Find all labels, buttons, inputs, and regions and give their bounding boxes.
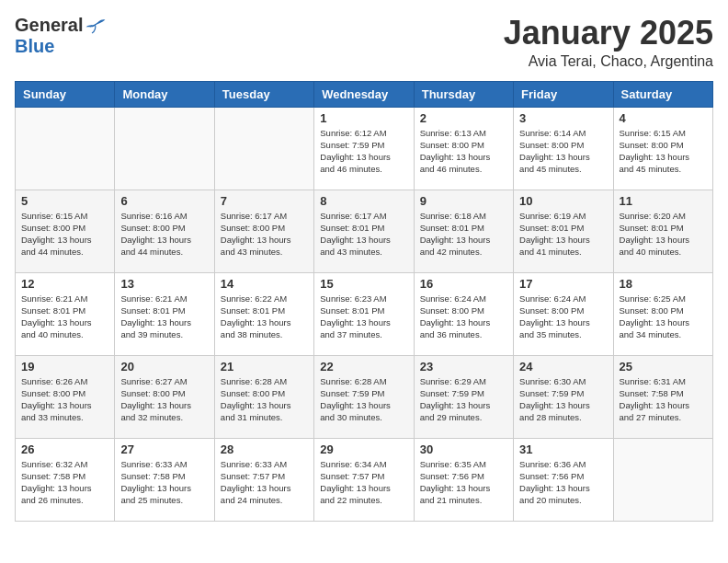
- day-number: 9: [420, 194, 507, 208]
- logo: General Blue: [15, 15, 107, 57]
- column-header-friday: Friday: [514, 81, 613, 107]
- day-number: 10: [519, 194, 607, 208]
- calendar-cell: 3Sunrise: 6:14 AM Sunset: 8:00 PM Daylig…: [514, 107, 613, 190]
- day-info: Sunrise: 6:31 AM Sunset: 7:58 PM Dayligh…: [620, 375, 707, 424]
- day-number: 8: [320, 194, 407, 208]
- day-info: Sunrise: 6:15 AM Sunset: 8:00 PM Dayligh…: [21, 210, 108, 259]
- calendar-cell: 21Sunrise: 6:28 AM Sunset: 8:00 PM Dayli…: [214, 355, 313, 438]
- day-info: Sunrise: 6:26 AM Sunset: 8:00 PM Dayligh…: [21, 375, 108, 424]
- day-info: Sunrise: 6:32 AM Sunset: 7:58 PM Dayligh…: [21, 458, 108, 507]
- calendar-week-row: 19Sunrise: 6:26 AM Sunset: 8:00 PM Dayli…: [16, 355, 713, 438]
- calendar-cell: [115, 107, 214, 190]
- day-info: Sunrise: 6:24 AM Sunset: 8:00 PM Dayligh…: [420, 293, 507, 341]
- calendar-cell: 27Sunrise: 6:33 AM Sunset: 7:58 PM Dayli…: [115, 438, 214, 521]
- day-number: 4: [620, 111, 707, 125]
- calendar-cell: 28Sunrise: 6:33 AM Sunset: 7:57 PM Dayli…: [214, 438, 313, 521]
- calendar-cell: [214, 107, 313, 190]
- day-info: Sunrise: 6:36 AM Sunset: 7:56 PM Dayligh…: [519, 458, 607, 507]
- day-info: Sunrise: 6:23 AM Sunset: 8:01 PM Dayligh…: [320, 293, 407, 341]
- day-info: Sunrise: 6:12 AM Sunset: 7:59 PM Dayligh…: [320, 127, 407, 176]
- calendar-cell: 1Sunrise: 6:12 AM Sunset: 7:59 PM Daylig…: [314, 107, 414, 190]
- day-info: Sunrise: 6:27 AM Sunset: 8:00 PM Dayligh…: [120, 375, 208, 424]
- calendar-cell: 4Sunrise: 6:15 AM Sunset: 8:00 PM Daylig…: [613, 107, 712, 190]
- day-number: 1: [320, 111, 407, 125]
- calendar-cell: 14Sunrise: 6:22 AM Sunset: 8:01 PM Dayli…: [214, 272, 313, 355]
- day-info: Sunrise: 6:35 AM Sunset: 7:56 PM Dayligh…: [420, 458, 507, 507]
- calendar-week-row: 12Sunrise: 6:21 AM Sunset: 8:01 PM Dayli…: [16, 272, 713, 355]
- day-info: Sunrise: 6:21 AM Sunset: 8:01 PM Dayligh…: [21, 293, 108, 341]
- title-section: January 2025 Avia Terai, Chaco, Argentin…: [504, 15, 713, 70]
- day-number: 20: [120, 360, 208, 373]
- calendar-cell: [613, 438, 712, 521]
- day-number: 3: [519, 111, 607, 125]
- day-info: Sunrise: 6:28 AM Sunset: 8:00 PM Dayligh…: [221, 375, 308, 424]
- day-info: Sunrise: 6:18 AM Sunset: 8:01 PM Dayligh…: [420, 210, 507, 259]
- day-info: Sunrise: 6:28 AM Sunset: 7:59 PM Dayligh…: [320, 375, 407, 424]
- logo-general-text: General: [15, 15, 83, 36]
- day-info: Sunrise: 6:17 AM Sunset: 8:01 PM Dayligh…: [320, 210, 407, 259]
- column-header-saturday: Saturday: [613, 81, 712, 107]
- day-info: Sunrise: 6:20 AM Sunset: 8:01 PM Dayligh…: [620, 210, 707, 259]
- location-title: Avia Terai, Chaco, Argentina: [504, 53, 713, 70]
- day-number: 25: [620, 360, 707, 373]
- calendar-cell: 30Sunrise: 6:35 AM Sunset: 7:56 PM Dayli…: [414, 438, 513, 521]
- calendar-cell: 9Sunrise: 6:18 AM Sunset: 8:01 PM Daylig…: [414, 190, 513, 272]
- calendar-cell: [16, 107, 115, 190]
- day-info: Sunrise: 6:16 AM Sunset: 8:00 PM Dayligh…: [120, 210, 208, 259]
- day-info: Sunrise: 6:33 AM Sunset: 7:58 PM Dayligh…: [120, 458, 208, 507]
- calendar-cell: 26Sunrise: 6:32 AM Sunset: 7:58 PM Dayli…: [16, 438, 115, 521]
- day-number: 23: [420, 360, 507, 373]
- day-info: Sunrise: 6:13 AM Sunset: 8:00 PM Dayligh…: [420, 127, 507, 176]
- day-number: 12: [21, 277, 108, 291]
- column-header-wednesday: Wednesday: [314, 81, 414, 107]
- day-info: Sunrise: 6:15 AM Sunset: 8:00 PM Dayligh…: [620, 127, 707, 176]
- day-number: 26: [21, 442, 108, 456]
- logo-bird-icon: [85, 17, 107, 35]
- column-header-thursday: Thursday: [414, 81, 513, 107]
- day-info: Sunrise: 6:24 AM Sunset: 8:00 PM Dayligh…: [519, 293, 607, 341]
- column-header-tuesday: Tuesday: [214, 81, 313, 107]
- calendar-cell: 12Sunrise: 6:21 AM Sunset: 8:01 PM Dayli…: [16, 272, 115, 355]
- calendar-header-row: SundayMondayTuesdayWednesdayThursdayFrid…: [16, 81, 713, 107]
- day-number: 17: [519, 277, 607, 291]
- day-info: Sunrise: 6:33 AM Sunset: 7:57 PM Dayligh…: [221, 458, 308, 507]
- day-info: Sunrise: 6:34 AM Sunset: 7:57 PM Dayligh…: [320, 458, 407, 507]
- calendar-cell: 2Sunrise: 6:13 AM Sunset: 8:00 PM Daylig…: [414, 107, 513, 190]
- calendar-cell: 23Sunrise: 6:29 AM Sunset: 7:59 PM Dayli…: [414, 355, 513, 438]
- calendar-cell: 6Sunrise: 6:16 AM Sunset: 8:00 PM Daylig…: [115, 190, 214, 272]
- page-header: General Blue January 2025 Avia Terai, Ch…: [15, 15, 713, 70]
- calendar-cell: 15Sunrise: 6:23 AM Sunset: 8:01 PM Dayli…: [314, 272, 414, 355]
- calendar-week-row: 1Sunrise: 6:12 AM Sunset: 7:59 PM Daylig…: [16, 107, 713, 190]
- calendar-cell: 10Sunrise: 6:19 AM Sunset: 8:01 PM Dayli…: [514, 190, 613, 272]
- day-number: 14: [221, 277, 308, 291]
- column-header-sunday: Sunday: [16, 81, 115, 107]
- day-number: 19: [21, 360, 108, 373]
- day-number: 2: [420, 111, 507, 125]
- calendar-cell: 7Sunrise: 6:17 AM Sunset: 8:00 PM Daylig…: [214, 190, 313, 272]
- calendar-cell: 19Sunrise: 6:26 AM Sunset: 8:00 PM Dayli…: [16, 355, 115, 438]
- calendar-cell: 18Sunrise: 6:25 AM Sunset: 8:00 PM Dayli…: [613, 272, 712, 355]
- day-number: 5: [21, 194, 108, 208]
- calendar-cell: 22Sunrise: 6:28 AM Sunset: 7:59 PM Dayli…: [314, 355, 414, 438]
- day-info: Sunrise: 6:17 AM Sunset: 8:00 PM Dayligh…: [221, 210, 308, 259]
- calendar-cell: 24Sunrise: 6:30 AM Sunset: 7:59 PM Dayli…: [514, 355, 613, 438]
- day-number: 7: [221, 194, 308, 208]
- day-info: Sunrise: 6:19 AM Sunset: 8:01 PM Dayligh…: [519, 210, 607, 259]
- calendar-cell: 31Sunrise: 6:36 AM Sunset: 7:56 PM Dayli…: [514, 438, 613, 521]
- column-header-monday: Monday: [115, 81, 214, 107]
- calendar-week-row: 26Sunrise: 6:32 AM Sunset: 7:58 PM Dayli…: [16, 438, 713, 521]
- day-number: 6: [120, 194, 208, 208]
- logo-blue-text: Blue: [15, 36, 54, 57]
- day-number: 22: [320, 360, 407, 373]
- day-number: 28: [221, 442, 308, 456]
- day-number: 27: [120, 442, 208, 456]
- calendar-table: SundayMondayTuesdayWednesdayThursdayFrid…: [15, 81, 713, 522]
- calendar-cell: 25Sunrise: 6:31 AM Sunset: 7:58 PM Dayli…: [613, 355, 712, 438]
- day-info: Sunrise: 6:14 AM Sunset: 8:00 PM Dayligh…: [519, 127, 607, 176]
- day-number: 24: [519, 360, 607, 373]
- month-title: January 2025: [504, 15, 713, 52]
- calendar-week-row: 5Sunrise: 6:15 AM Sunset: 8:00 PM Daylig…: [16, 190, 713, 272]
- day-info: Sunrise: 6:29 AM Sunset: 7:59 PM Dayligh…: [420, 375, 507, 424]
- calendar-cell: 20Sunrise: 6:27 AM Sunset: 8:00 PM Dayli…: [115, 355, 214, 438]
- day-info: Sunrise: 6:21 AM Sunset: 8:01 PM Dayligh…: [120, 293, 208, 341]
